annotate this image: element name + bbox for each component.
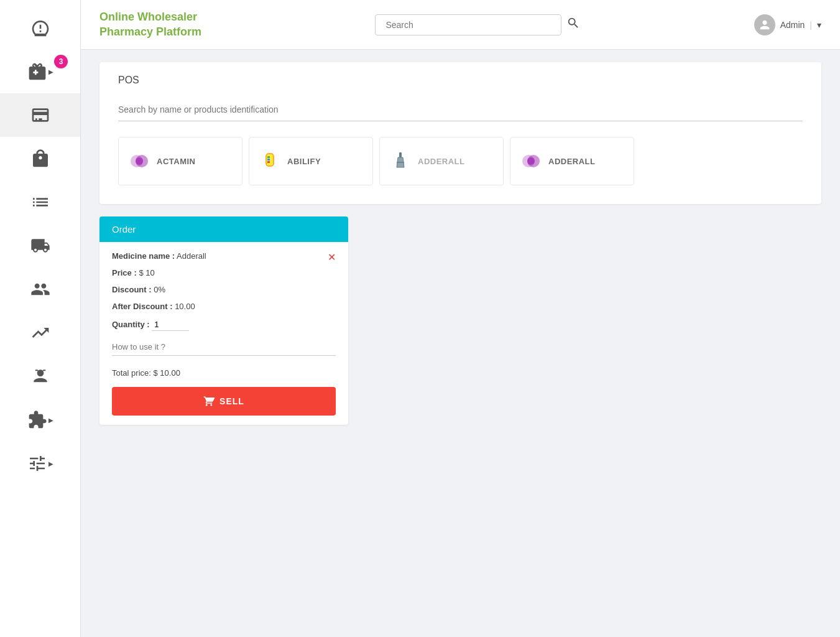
header: Online Wholesaler Pharmacy Platform Admi… bbox=[81, 0, 840, 50]
search-button[interactable] bbox=[566, 16, 580, 33]
header-search-area bbox=[375, 14, 580, 35]
medical-bag-icon bbox=[27, 62, 47, 81]
order-body: Medicine name : Adderall ✕ Price : $ 10 … bbox=[99, 242, 348, 425]
price-currency: $ bbox=[139, 268, 145, 277]
cart-icon bbox=[30, 149, 50, 169]
how-to-use-input[interactable] bbox=[112, 338, 336, 356]
product-card-actamin[interactable]: ACTAMIN bbox=[118, 137, 242, 185]
sidebar-item-dashboard[interactable] bbox=[0, 6, 80, 50]
analytics-icon bbox=[30, 323, 50, 343]
total-currency: $ bbox=[154, 368, 160, 378]
app-title: Online Wholesaler Pharmacy Platform bbox=[99, 10, 201, 39]
svg-rect-7 bbox=[399, 152, 402, 157]
truck-icon bbox=[30, 236, 50, 256]
puzzle-icon bbox=[27, 410, 47, 430]
sidebar-item-pos[interactable] bbox=[0, 93, 80, 137]
product-grid: ACTAMIN ABILIFY bbox=[118, 137, 803, 185]
quantity-label: Quantity : bbox=[112, 320, 150, 329]
quantity-input[interactable] bbox=[152, 318, 189, 331]
after-discount-row: After Discount : 10.00 bbox=[112, 302, 336, 311]
search-icon bbox=[566, 16, 580, 30]
sidebar-item-users[interactable] bbox=[0, 267, 80, 311]
product-card-adderall1[interactable]: ADDERALL bbox=[379, 137, 504, 185]
user-dropdown-icon: ▾ bbox=[817, 20, 821, 30]
discount-label: Discount : bbox=[112, 285, 152, 294]
price-value: 10 bbox=[145, 268, 154, 277]
svg-rect-4 bbox=[267, 156, 270, 158]
pharmacy-arrow: ▶ bbox=[48, 68, 53, 75]
actamin-icon bbox=[128, 150, 150, 172]
medicine-name-value: Adderall bbox=[177, 251, 206, 261]
sidebar-item-manager[interactable] bbox=[0, 355, 80, 398]
discount-row: Discount : 0% bbox=[112, 285, 336, 294]
abilify-name: ABILIFY bbox=[287, 157, 321, 166]
total-price-row: Total price: $ 10.00 bbox=[112, 368, 336, 378]
sidebar-item-pharmacy[interactable]: 3 ▶ bbox=[0, 50, 80, 93]
medicine-name-row: Medicine name : Adderall ✕ bbox=[112, 251, 336, 261]
price-row: Price : $ 10 bbox=[112, 268, 336, 277]
header-search-input[interactable] bbox=[375, 14, 561, 35]
adderall2-name: ADDERALL bbox=[548, 157, 596, 166]
remove-order-button[interactable]: ✕ bbox=[328, 251, 336, 263]
product-card-abilify[interactable]: ABILIFY bbox=[249, 137, 373, 185]
users-icon bbox=[30, 279, 50, 299]
svg-point-2 bbox=[136, 157, 143, 165]
page-content: POS ACTAMIN bbox=[81, 50, 840, 637]
header-user-area[interactable]: Admin | ▾ bbox=[754, 14, 821, 35]
sidebar-item-cart[interactable] bbox=[0, 137, 80, 180]
total-value: 10.00 bbox=[160, 368, 180, 378]
sell-button[interactable]: SELL bbox=[112, 387, 336, 416]
user-avatar-icon bbox=[758, 18, 772, 32]
after-discount-value: 10.00 bbox=[175, 302, 195, 311]
avatar bbox=[754, 14, 775, 35]
user-name-label: Admin bbox=[780, 20, 805, 30]
sidebar: 3 ▶ bbox=[0, 0, 81, 637]
product-card-adderall2[interactable]: ADDERALL bbox=[510, 137, 634, 185]
adderall1-icon bbox=[389, 150, 412, 172]
sell-cart-icon bbox=[203, 396, 215, 407]
discount-value: 0% bbox=[154, 285, 165, 294]
adderall2-icon bbox=[520, 150, 542, 172]
palette-icon bbox=[30, 18, 50, 38]
pos-title: POS bbox=[118, 75, 803, 86]
sidebar-item-settings[interactable]: ▶ bbox=[0, 442, 80, 485]
after-discount-label: After Discount : bbox=[112, 302, 173, 311]
medicine-name-label: Medicine name : bbox=[112, 251, 175, 261]
svg-rect-6 bbox=[267, 161, 270, 163]
list-icon bbox=[30, 192, 50, 212]
svg-point-11 bbox=[527, 157, 535, 165]
svg-rect-5 bbox=[267, 159, 270, 160]
user-separator: | bbox=[810, 20, 812, 30]
pharmacy-badge: 3 bbox=[54, 55, 68, 68]
sidebar-item-integrations[interactable]: ▶ bbox=[0, 398, 80, 442]
sidebar-item-delivery[interactable] bbox=[0, 224, 80, 267]
manager-icon bbox=[30, 366, 50, 386]
pos-icon bbox=[30, 105, 50, 125]
pos-section: POS ACTAMIN bbox=[99, 62, 821, 204]
quantity-row: Quantity : bbox=[112, 318, 336, 331]
sell-button-label: SELL bbox=[219, 396, 244, 406]
main-content: Online Wholesaler Pharmacy Platform Admi… bbox=[81, 0, 840, 637]
adderall1-name: ADDERALL bbox=[418, 157, 465, 166]
actamin-name: ACTAMIN bbox=[157, 157, 195, 166]
sidebar-item-analytics[interactable] bbox=[0, 311, 80, 355]
order-title: Order bbox=[112, 224, 136, 235]
integrations-arrow: ▶ bbox=[48, 417, 53, 424]
total-label: Total price: bbox=[112, 368, 151, 378]
sidebar-item-list[interactable] bbox=[0, 180, 80, 224]
product-search-input[interactable] bbox=[118, 98, 803, 121]
settings-icon bbox=[27, 453, 47, 473]
settings-arrow: ▶ bbox=[48, 460, 53, 467]
price-label: Price : bbox=[112, 268, 137, 277]
abilify-icon bbox=[259, 150, 281, 172]
order-header: Order bbox=[99, 216, 348, 242]
order-section: Order Medicine name : Adderall ✕ Price :… bbox=[99, 216, 348, 425]
